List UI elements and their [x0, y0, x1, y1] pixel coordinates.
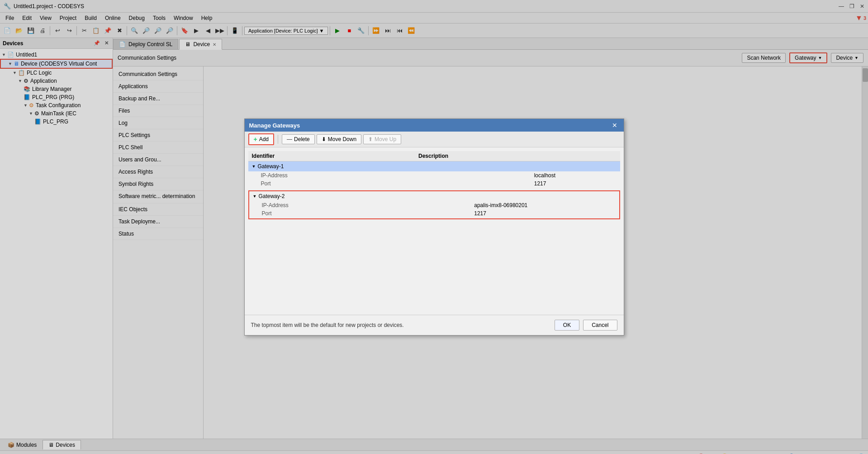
gateway2-port-label: Port — [249, 209, 471, 218]
modal-toolbar-sep1 — [278, 135, 278, 144]
delete-label: Delete — [294, 136, 310, 142]
move-down-icon: ⬇ — [322, 136, 326, 142]
gateway2-ip-value: apalis-imx8-06980201 — [470, 201, 619, 209]
add-label: Add — [259, 136, 269, 142]
gateway1-port-value: 1217 — [531, 180, 620, 189]
add-gateway-btn[interactable]: + Add — [248, 133, 275, 145]
modal-close-btn[interactable]: ✕ — [610, 122, 619, 129]
gateway-table: Identifier Description ▼ Gateway- — [248, 151, 620, 221]
gateway1-row[interactable]: ▼ Gateway-1 IP-Address localhost — [248, 161, 620, 189]
modal-content: Identifier Description ▼ Gateway- — [245, 147, 624, 315]
modal-footer-btns: OK Cancel — [555, 320, 617, 331]
gateway1-expand: ▼ — [252, 164, 256, 169]
modal-title: Manage Gateways — [249, 122, 300, 129]
col-description: Description — [415, 151, 620, 161]
modal-overlay: Manage Gateways ✕ + Add — Delete ⬇ Move … — [0, 0, 868, 454]
gateway2-expand: ▼ — [253, 194, 257, 199]
footer-text: The topmost item will be the default for… — [251, 322, 404, 328]
gateway1-ip-value: localhost — [531, 171, 620, 180]
gateway2-ip-label: IP-Address — [249, 201, 471, 209]
gateway2-port-value: 1217 — [470, 209, 619, 218]
modal-toolbar: + Add — Delete ⬇ Move Down ⬆ Move Up — [245, 132, 624, 147]
modal-footer: The topmost item will be the default for… — [245, 315, 624, 335]
gateway1-name: Gateway-1 — [257, 163, 284, 170]
modal-titlebar: Manage Gateways ✕ — [245, 119, 624, 132]
move-down-btn[interactable]: ⬇ Move Down — [317, 134, 361, 144]
gateway2-name: Gateway-2 — [258, 193, 285, 199]
move-up-label: Move Up — [375, 136, 396, 142]
delete-gateway-btn[interactable]: — Delete — [282, 134, 315, 144]
gateway1-ip-label: IP-Address — [248, 171, 531, 180]
plus-icon: + — [254, 136, 257, 143]
col-identifier: Identifier — [248, 151, 415, 161]
manage-gateways-modal: Manage Gateways ✕ + Add — Delete ⬇ Move … — [244, 118, 624, 336]
gateway2-row[interactable]: ▼ Gateway-2 IP-Address — [248, 189, 620, 221]
move-down-label: Move Down — [328, 136, 356, 142]
delete-icon: — — [287, 136, 292, 142]
move-up-icon: ⬆ — [368, 136, 373, 142]
gateway1-port-label: Port — [248, 180, 531, 189]
move-up-btn[interactable]: ⬆ Move Up — [363, 134, 401, 144]
ok-btn[interactable]: OK — [555, 320, 579, 331]
cancel-btn[interactable]: Cancel — [583, 320, 617, 331]
